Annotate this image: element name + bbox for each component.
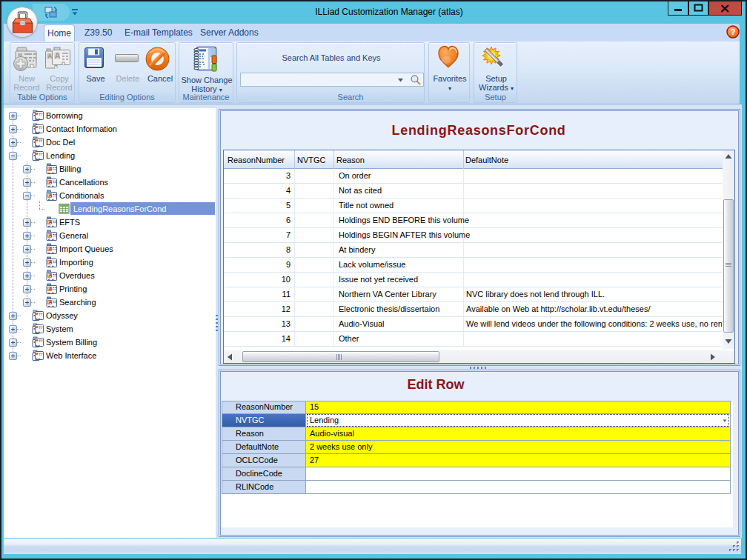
svg-text:A: A <box>47 53 53 60</box>
svg-text:?: ? <box>731 27 736 36</box>
svg-text:A: A <box>55 51 61 60</box>
